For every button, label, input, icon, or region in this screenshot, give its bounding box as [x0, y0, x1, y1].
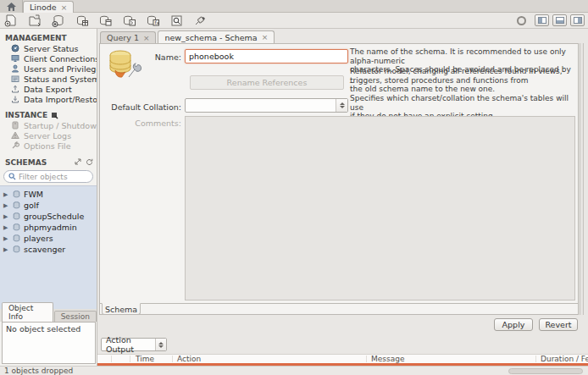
svg-text:fx: fx	[155, 19, 160, 25]
column-header-message[interactable]: Message	[371, 355, 404, 363]
spinner-icon[interactable]	[155, 339, 166, 350]
apply-button[interactable]: Apply	[494, 318, 533, 331]
user-icon	[11, 64, 19, 73]
comments-label: Comments:	[103, 119, 181, 128]
schema-tree: ▶ FWM ▶ golf ▶ groupSchedule ▶ phpmyadmi…	[0, 185, 97, 309]
status-text: 1 objects dropped	[4, 367, 73, 375]
object-info-panel: No object selected	[2, 322, 96, 364]
column-header-time[interactable]: Time	[136, 355, 154, 363]
create-function-icon[interactable]: fx	[146, 14, 160, 27]
tab-label: Query 1	[107, 33, 139, 42]
schema-tree-item-golf[interactable]: ▶ golf	[0, 200, 97, 211]
sidebar-item-label: Data Export	[24, 85, 72, 94]
sidebar-item-label: Options File	[24, 141, 71, 151]
schema-name-input[interactable]	[185, 49, 348, 63]
variables-icon	[11, 74, 19, 83]
panel-splitter[interactable]	[580, 43, 584, 315]
tab-label: new_schema - Schema	[164, 33, 257, 42]
tab-query-1[interactable]: Query 1 ×	[100, 31, 156, 43]
sidebar-item-label: Startup / Shutdown	[24, 121, 97, 130]
schema-icon	[13, 201, 20, 209]
expand-panel-icon[interactable]	[75, 158, 81, 165]
name-label: Name:	[103, 52, 181, 62]
create-view-icon[interactable]	[98, 14, 113, 27]
horizontal-scrollbar[interactable]	[508, 368, 583, 374]
default-collation-select[interactable]	[185, 98, 348, 113]
rename-references-button[interactable]: Rename References	[190, 75, 344, 90]
chevron-right-icon[interactable]: ▶	[3, 235, 9, 242]
tab-new-schema[interactable]: new_schema - Schema ×	[158, 30, 275, 43]
refresh-icon[interactable]	[86, 158, 93, 166]
column-header-duration[interactable]: Duration / Fetch	[541, 355, 588, 363]
output-table-header: Time Action Message Duration / Fetch	[97, 354, 588, 363]
output-selector[interactable]: Action Output	[101, 338, 167, 351]
management-header-label: MANAGEMENT	[5, 34, 67, 42]
schema-tree-item-phpmyadmin[interactable]: ▶ phpmyadmin	[0, 222, 97, 233]
close-icon[interactable]: ×	[262, 33, 269, 41]
search-icon	[8, 173, 16, 180]
create-schema-icon[interactable]	[51, 14, 65, 27]
sidebar-item-data-export[interactable]: Data Export	[0, 84, 97, 94]
create-procedure-icon[interactable]	[122, 14, 136, 27]
tab-schema-bottom[interactable]: Schema	[102, 303, 141, 315]
schema-filter-input[interactable]	[19, 173, 86, 181]
new-query-tab-icon[interactable]	[3, 14, 18, 27]
schema-tree-item-players[interactable]: ▶ players	[0, 233, 97, 244]
column-header-action[interactable]: Action	[177, 355, 201, 363]
schemas-section-header: SCHEMAS	[0, 157, 97, 168]
schema-tree-label: phpmyadmin	[24, 223, 77, 232]
home-icon	[7, 3, 16, 11]
schema-tree-label: scavenger	[24, 245, 65, 254]
schema-tree-item-groupschedule[interactable]: ▶ groupSchedule	[0, 211, 97, 222]
divider	[100, 303, 578, 304]
connection-tab-strip: Linode ×	[0, 0, 588, 13]
sidebar-item-label: Data Import/Restore	[24, 95, 97, 104]
schema-icon	[13, 190, 20, 198]
search-data-icon[interactable]	[169, 14, 184, 27]
output-selector-value: Action Output	[106, 335, 155, 354]
toggle-right-panel-button[interactable]	[570, 14, 585, 26]
sidebar-item-startup-shutdown[interactable]: Startup / Shutdown	[0, 120, 97, 130]
reconnect-dbms-icon[interactable]	[193, 14, 208, 27]
instance-header-label: INSTANCE	[5, 111, 47, 119]
chevron-right-icon[interactable]: ▶	[3, 213, 9, 220]
chevron-right-icon[interactable]: ▶	[3, 224, 9, 231]
tab-label: Schema	[105, 305, 137, 314]
toggle-bottom-panel-icon	[556, 17, 564, 24]
wrench-icon	[11, 141, 19, 150]
toggle-left-panel-button[interactable]	[535, 14, 549, 26]
revert-button[interactable]: Revert	[539, 318, 578, 331]
sidebar-item-status-system-variables[interactable]: Status and System Variables	[0, 74, 97, 84]
schema-tree-item-fwm[interactable]: ▶ FWM	[0, 189, 97, 200]
tab-object-info[interactable]: Object Info	[2, 302, 53, 322]
chevron-right-icon[interactable]: ▶	[3, 191, 9, 198]
sidebar-item-data-import[interactable]: Data Import/Restore	[0, 94, 97, 104]
sidebar: MANAGEMENT Server Status Client Connecti…	[0, 29, 97, 367]
create-table-icon[interactable]	[75, 14, 89, 27]
sidebar-item-options-file[interactable]: Options File	[0, 141, 97, 151]
sidebar-item-server-status[interactable]: Server Status	[0, 43, 97, 53]
main-area: Query 1 × new_schema - Schema × Name: Th…	[97, 29, 588, 364]
power-icon	[11, 121, 19, 130]
spinner-icon[interactable]	[336, 99, 347, 112]
object-info-text: No object selected	[6, 324, 80, 334]
editor-tab-bar: Query 1 × new_schema - Schema ×	[97, 29, 588, 43]
toggle-bottom-panel-button[interactable]	[552, 14, 567, 26]
schema-tree-item-scavenger[interactable]: ▶ scavenger	[0, 244, 97, 255]
chevron-right-icon[interactable]: ▶	[3, 202, 9, 209]
schema-icon	[13, 223, 20, 231]
sidebar-item-client-connections[interactable]: Client Connections	[0, 53, 97, 63]
close-icon[interactable]: ×	[61, 3, 68, 12]
schemas-header-label: SCHEMAS	[5, 158, 47, 167]
close-icon[interactable]: ×	[143, 34, 150, 42]
home-tab[interactable]	[0, 0, 23, 13]
comments-textarea[interactable]	[185, 116, 575, 301]
instance-config-icon	[51, 112, 58, 119]
sidebar-item-users-privileges[interactable]: Users and Privileges	[0, 63, 97, 74]
gauge-icon	[11, 44, 19, 52]
tab-session[interactable]: Session	[54, 311, 97, 322]
open-sql-script-icon[interactable]	[27, 14, 42, 27]
chevron-right-icon[interactable]: ▶	[3, 246, 9, 253]
connection-tab[interactable]: Linode ×	[23, 1, 74, 13]
sidebar-item-server-logs[interactable]: Server Logs	[0, 130, 97, 141]
